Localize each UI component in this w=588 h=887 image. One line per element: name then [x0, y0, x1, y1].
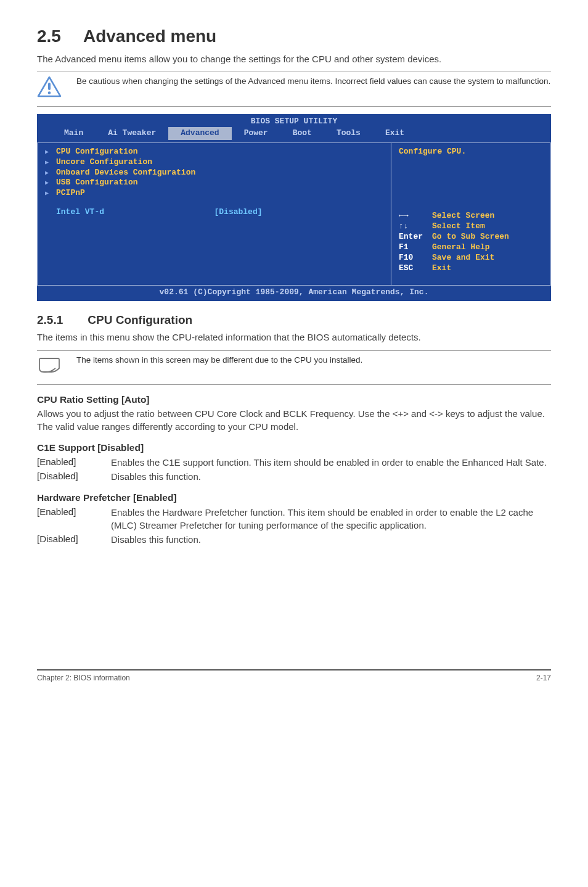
bios-legend: ←→Select Screen ↑↓Select Item EnterGo to…: [399, 211, 543, 273]
c1e-disabled-row: [Disabled] Disables this function.: [37, 470, 551, 483]
hwpf-enabled-key: [Enabled]: [37, 506, 111, 532]
svg-point-2: [48, 91, 51, 94]
hwpf-disabled-val: Disables this function.: [111, 533, 201, 546]
bios-legend-row: ←→Select Screen: [399, 211, 543, 221]
subsection-number: 2.5.1: [37, 312, 63, 328]
bios-footer: v02.61 (C)Copyright 1985-2009, American …: [37, 286, 551, 301]
section-title-text: Advanced menu: [83, 25, 216, 48]
bios-legend-desc: Select Screen: [432, 211, 494, 220]
bios-legend-desc: Exit: [432, 263, 451, 273]
bios-legend-key: F1: [399, 242, 432, 253]
bios-legend-desc: General Help: [432, 242, 490, 252]
divider: [37, 72, 551, 72]
bios-legend-key: Enter: [399, 232, 432, 242]
bios-field-value: [Disabled]: [214, 207, 263, 218]
c1e-enabled-row: [Enabled] Enables the C1E support functi…: [37, 456, 551, 469]
c1e-enabled-key: [Enabled]: [37, 456, 111, 469]
bios-tab-main[interactable]: Main: [52, 127, 96, 140]
c1e-disabled-key: [Disabled]: [37, 470, 111, 483]
bios-menu-pcipnp[interactable]: PCIPnP: [45, 188, 383, 199]
c1e-heading: C1E Support [Disabled]: [37, 442, 551, 455]
page-footer: Chapter 2: BIOS information 2-17: [37, 669, 551, 683]
subsection-heading: 2.5.1 CPU Configuration: [37, 312, 551, 328]
bios-tab-ai-tweaker[interactable]: Ai Tweaker: [96, 127, 168, 140]
note-icon: [37, 355, 62, 380]
warning-text: Be cautious when changing the settings o…: [76, 76, 550, 88]
bios-field-name: Intel VT-d: [56, 207, 104, 217]
bios-legend-key: ↑↓: [399, 221, 432, 232]
footer-left: Chapter 2: BIOS information: [37, 673, 130, 683]
svg-rect-1: [48, 83, 51, 90]
divider: [37, 350, 551, 351]
bios-legend-desc: Save and Exit: [432, 253, 494, 262]
bios-right-pane: Configure CPU. ←→Select Screen ↑↓Select …: [391, 142, 551, 286]
bios-body: CPU Configuration Uncore Configuration O…: [37, 142, 551, 286]
bios-legend-row: F1General Help: [399, 242, 543, 253]
bios-tab-advanced[interactable]: Advanced: [168, 127, 231, 140]
section-number: 2.5: [37, 25, 61, 48]
bios-legend-key: ESC: [399, 263, 432, 274]
hwpf-heading: Hardware Prefetcher [Enabled]: [37, 492, 551, 505]
note-text: The items shown in this screen may be di…: [76, 355, 362, 366]
bios-legend-key: ←→: [399, 211, 432, 221]
c1e-disabled-val: Disables this function.: [111, 470, 201, 483]
c1e-enabled-val: Enables the C1E support function. This i…: [111, 456, 547, 469]
bios-legend-row: ↑↓Select Item: [399, 221, 543, 232]
cpu-ratio-body: Allows you to adjust the ratio between C…: [37, 408, 551, 433]
hwpf-enabled-row: [Enabled] Enables the Hardware Prefetche…: [37, 506, 551, 532]
bios-legend-key: F10: [399, 253, 432, 263]
bios-screenshot: BIOS SETUP UTILITY Main Ai Tweaker Advan…: [37, 114, 551, 301]
bios-tab-tools[interactable]: Tools: [324, 127, 373, 140]
hwpf-disabled-row: [Disabled] Disables this function.: [37, 533, 551, 546]
bios-menu-cpu-config[interactable]: CPU Configuration: [45, 147, 383, 157]
bios-tab-bar: Main Ai Tweaker Advanced Power Boot Tool…: [37, 127, 551, 142]
bios-legend-desc: Go to Sub Screen: [432, 232, 509, 241]
bios-field-intel-vtd[interactable]: Intel VT-d [Disabled]: [45, 207, 383, 218]
bios-menu-uncore-config[interactable]: Uncore Configuration: [45, 157, 383, 168]
warning-callout: Be cautious when changing the settings o…: [37, 76, 551, 101]
bios-menu-usb-config[interactable]: USB Configuration: [45, 178, 383, 188]
divider: [37, 384, 551, 385]
bios-legend-row: EnterGo to Sub Screen: [399, 232, 543, 242]
subsection-title-text: CPU Configuration: [88, 312, 192, 328]
bios-legend-row: ESCExit: [399, 263, 543, 274]
hwpf-enabled-val: Enables the Hardware Prefetcher function…: [111, 506, 551, 532]
bios-tab-boot[interactable]: Boot: [280, 127, 324, 140]
note-callout: The items shown in this screen may be di…: [37, 355, 551, 380]
warning-icon: [37, 76, 62, 101]
bios-tab-exit[interactable]: Exit: [373, 127, 417, 140]
hwpf-disabled-key: [Disabled]: [37, 533, 111, 546]
bios-legend-desc: Select Item: [432, 221, 485, 231]
bios-left-pane: CPU Configuration Uncore Configuration O…: [37, 142, 391, 286]
footer-right: 2-17: [536, 673, 551, 683]
bios-menu-onboard-devices[interactable]: Onboard Devices Configuration: [45, 168, 383, 178]
bios-tab-power[interactable]: Power: [232, 127, 280, 140]
bios-help-text: Configure CPU.: [399, 147, 543, 157]
cpu-ratio-heading: CPU Ratio Setting [Auto]: [37, 394, 551, 406]
subsection-intro: The items in this menu show the CPU-rela…: [37, 331, 551, 344]
divider: [37, 106, 551, 107]
bios-legend-row: F10Save and Exit: [399, 253, 543, 263]
intro-paragraph: The Advanced menu items allow you to cha…: [37, 53, 551, 65]
bios-header: BIOS SETUP UTILITY: [37, 114, 551, 127]
section-heading: 2.5 Advanced menu: [37, 25, 551, 48]
